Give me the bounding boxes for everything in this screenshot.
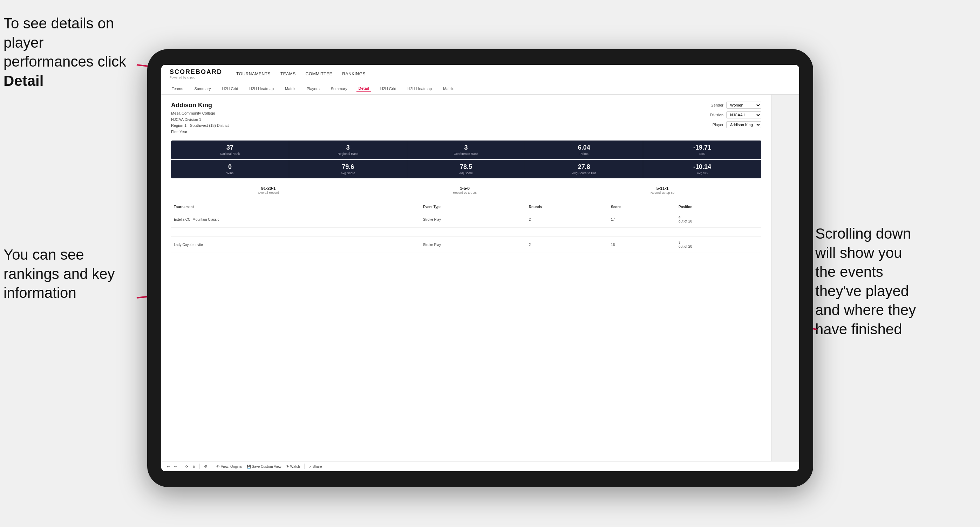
tab-h2h-heatmap2[interactable]: H2H Heatmap [406, 86, 434, 92]
toolbar-view-original[interactable]: 👁 View: Original [216, 465, 243, 468]
player-region: Region 1 - Southwest (18) District [171, 123, 229, 127]
tab-h2h-grid[interactable]: H2H Grid [220, 86, 240, 92]
table-header: Tournament Event Type Rounds Score Posit… [171, 203, 761, 211]
player-label: Player [706, 123, 724, 127]
toolbar-refresh[interactable]: ⟳ [185, 465, 188, 468]
toolbar-divider3 [212, 464, 212, 469]
annotation-topleft: To see details on player performances cl… [3, 14, 137, 90]
avg-sg-value: -10.14 [646, 163, 759, 171]
col-score: Score [608, 203, 676, 211]
app-header: SCOREBOARD Powered by clippd TOURNAMENTS… [161, 65, 799, 83]
tab-players[interactable]: Players [305, 86, 322, 92]
toolbar-undo[interactable]: ↩ [167, 465, 170, 468]
record-top25-label: Record vs top 25 [453, 191, 477, 194]
stat-wins: 0 Wins [171, 160, 289, 178]
gender-select[interactable]: Women Men [726, 102, 761, 109]
tab-matrix[interactable]: Matrix [283, 86, 298, 92]
stat-sos: -19.71 SoS [643, 141, 761, 159]
player-filter: Player Addison King [706, 121, 761, 128]
avg-score-value: 79.6 [292, 163, 404, 171]
main-nav: TOURNAMENTS TEAMS COMMITTEE RANKINGS [236, 71, 366, 76]
record-top50-value: 5-11-1 [651, 186, 675, 191]
tab-summary2[interactable]: Summary [329, 86, 350, 92]
nav-rankings[interactable]: RANKINGS [342, 71, 366, 76]
wins-label: Wins [174, 171, 286, 175]
toolbar-zoom[interactable]: ⊕ [192, 465, 195, 468]
sub-tabs: Teams Summary H2H Grid H2H Heatmap Matri… [161, 83, 799, 95]
tablet-screen: SCOREBOARD Powered by clippd TOURNAMENTS… [161, 65, 799, 471]
sos-value: -19.71 [646, 144, 759, 151]
regional-rank-label: Regional Rank [292, 152, 404, 156]
tournament-name-3: Lady Coyote Invite [171, 237, 395, 253]
tab-detail[interactable]: Detail [356, 85, 371, 92]
annotation-right: Scrolling downwill show youthe eventsthe… [815, 224, 977, 339]
tab-matrix2[interactable]: Matrix [441, 86, 456, 92]
stat-avg-score-par: 27.8 Avg Score to Par [525, 160, 643, 178]
nav-committee[interactable]: COMMITTEE [305, 71, 332, 76]
toolbar-divider2 [199, 464, 200, 469]
player-filters: Gender Women Men Division NJCAA I NJCAA … [706, 102, 761, 128]
gender-label: Gender [706, 103, 724, 107]
player-school: Mesa Community College [171, 111, 215, 115]
tournament-rounds-3: 2 [526, 237, 608, 253]
tournament-empty-1 [395, 211, 420, 228]
avg-sg-label: Avg SG [646, 171, 759, 175]
avg-score-par-value: 27.8 [528, 163, 640, 171]
tournament-rounds-1: 2 [526, 211, 608, 228]
view-icon: 👁 [216, 465, 220, 468]
record-top50: 5-11-1 Record vs top 50 [651, 186, 675, 194]
stat-adj-score: 78.5 Adj Score [407, 160, 525, 178]
division-select[interactable]: NJCAA I NJCAA II [726, 111, 761, 118]
stat-conference-rank: 3 Conference Rank [407, 141, 525, 159]
tournament-event-1: Stroke Play [420, 211, 526, 228]
col-empty [395, 203, 420, 211]
tab-teams[interactable]: Teams [170, 86, 185, 92]
stat-avg-sg: -10.14 Avg SG [643, 160, 761, 178]
tab-h2h-heatmap[interactable]: H2H Heatmap [247, 86, 276, 92]
tablet: SCOREBOARD Powered by clippd TOURNAMENTS… [147, 49, 813, 487]
tournament-empty-3 [395, 237, 420, 253]
tournament-position-1: 4out of 20 [676, 211, 761, 228]
logo: SCOREBOARD Powered by clippd [170, 68, 222, 79]
conference-rank-value: 3 [410, 144, 522, 151]
tab-summary[interactable]: Summary [192, 86, 213, 92]
logo-title: SCOREBOARD [170, 68, 222, 76]
share-icon: ↗ [309, 465, 312, 468]
toolbar-divider1 [181, 464, 181, 469]
col-rounds: Rounds [526, 203, 608, 211]
col-position: Position [676, 203, 761, 211]
gender-filter: Gender Women Men [706, 102, 761, 109]
tab-h2h-grid2[interactable]: H2H Grid [378, 86, 399, 92]
player-select[interactable]: Addison King [726, 121, 761, 128]
stat-avg-score: 79.6 Avg Score [289, 160, 407, 178]
nav-teams[interactable]: TEAMS [280, 71, 296, 76]
col-event-type: Event Type [420, 203, 526, 211]
tournament-position-3: 7out of 20 [676, 237, 761, 253]
wins-value: 0 [174, 163, 286, 171]
overall-record: 91-20-1 Overall Record [258, 186, 279, 194]
tournament-name-1: Estella CC- Mountain Classic [171, 211, 395, 228]
avg-score-par-label: Avg Score to Par [528, 171, 640, 175]
save-custom-label: Save Custom View [252, 465, 282, 468]
table-row: Estella CC- Mountain Classic Stroke Play… [171, 211, 761, 228]
toolbar-clock[interactable]: ⏱ [204, 465, 207, 468]
toolbar-watch[interactable]: 👁 Watch [286, 465, 300, 468]
player-info: Addison King Mesa Community College NJCA… [171, 102, 229, 135]
stat-points: 6.04 Points [525, 141, 643, 159]
stat-national-rank: 37 National Rank [171, 141, 289, 159]
toolbar-share[interactable]: ↗ Share [309, 465, 322, 468]
tournament-score-2 [608, 228, 676, 237]
view-original-label: View: Original [221, 465, 243, 468]
nav-tournaments[interactable]: TOURNAMENTS [236, 71, 270, 76]
content-body: Addison King Mesa Community College NJCA… [161, 95, 771, 461]
annotation-bottomleft: You can see rankings and key information [3, 245, 137, 303]
adj-score-value: 78.5 [410, 163, 522, 171]
tournament-event-3: Stroke Play [420, 237, 526, 253]
division-filter: Division NJCAA I NJCAA II [706, 111, 761, 118]
player-year: First Year [171, 130, 187, 134]
tournament-score-3: 16 [608, 237, 676, 253]
toolbar-save-custom[interactable]: 💾 Save Custom View [247, 465, 282, 468]
toolbar-redo[interactable]: ↪ [174, 465, 177, 468]
toolbar-divider4 [304, 464, 305, 469]
save-icon: 💾 [247, 465, 251, 468]
